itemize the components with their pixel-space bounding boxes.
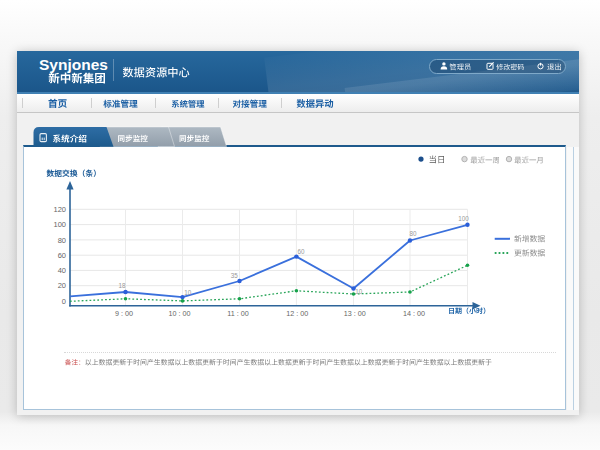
svg-text:40: 40 xyxy=(58,266,66,275)
svg-text:60: 60 xyxy=(297,248,305,255)
svg-text:9 : 00: 9 : 00 xyxy=(115,309,133,318)
svg-text:10: 10 xyxy=(184,289,192,296)
svg-text:120: 120 xyxy=(53,205,66,214)
svg-text:80: 80 xyxy=(409,230,417,237)
svg-text:0: 0 xyxy=(62,297,66,306)
svg-text:80: 80 xyxy=(58,236,66,245)
svg-text:20: 20 xyxy=(58,281,66,290)
svg-text:14 : 00: 14 : 00 xyxy=(403,309,425,318)
svg-text:100: 100 xyxy=(458,215,469,222)
svg-text:10 : 00: 10 : 00 xyxy=(169,309,191,318)
svg-text:18: 18 xyxy=(118,282,126,289)
svg-text:10: 10 xyxy=(355,288,363,295)
svg-text:11 : 00: 11 : 00 xyxy=(227,309,248,318)
svg-text:35: 35 xyxy=(231,272,239,279)
svg-text:60: 60 xyxy=(58,251,66,260)
svg-text:12 : 00: 12 : 00 xyxy=(286,309,308,318)
svg-text:13 : 00: 13 : 00 xyxy=(344,309,366,318)
svg-text:100: 100 xyxy=(53,220,66,229)
